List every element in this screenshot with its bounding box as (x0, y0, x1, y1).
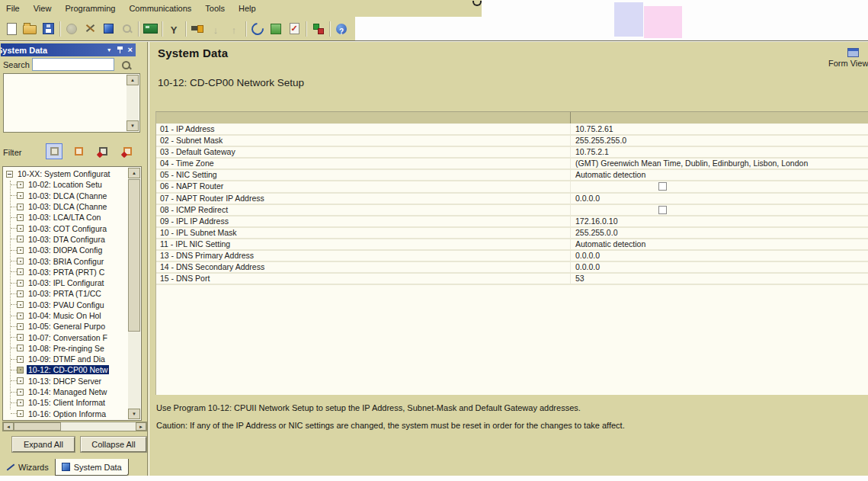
tree-item[interactable]: 10-03: IPL Configurat (4, 277, 127, 288)
tree-item[interactable]: 10-03: PRTA (T1/CC (4, 288, 127, 299)
table-row[interactable]: 07 - NAPT Router IP Address0.0.0.0 (156, 194, 868, 205)
tree-scrollbar[interactable]: ▲ ▼ (128, 168, 140, 419)
menu-item-communications[interactable]: Communications (129, 4, 191, 13)
tree-item[interactable]: 10-03: DTA Configura (4, 234, 127, 245)
panel-close-icon[interactable]: × (128, 46, 133, 54)
horizontal-scrollbar-thumb[interactable] (14, 422, 61, 431)
menu-item-programming[interactable]: Programming (65, 4, 115, 13)
tree-item[interactable]: 10-03: DIOPA Config (4, 245, 127, 255)
tree-item[interactable]: 10-03: COT Configura (4, 223, 127, 233)
tree-item[interactable]: 10-03: BRIA Configur (4, 255, 127, 266)
table-row[interactable]: 15 - DNS Port53 (156, 274, 868, 285)
settings-gear-button[interactable] (62, 19, 81, 39)
table-row[interactable]: 10 - IPL Subnet Mask255.255.0.0 (156, 228, 868, 239)
filter-dark-flag-button[interactable] (94, 143, 111, 159)
tree-node-icon[interactable] (17, 356, 24, 363)
tree-node-icon[interactable] (17, 181, 24, 188)
search-results-list[interactable]: ▲ ▼ (3, 73, 140, 133)
menu-item-view[interactable]: View (34, 4, 52, 13)
tree-node-icon[interactable] (17, 334, 24, 341)
scroll-down-icon[interactable]: ▼ (127, 120, 139, 131)
table-row[interactable]: 14 - DNS Secondary Address0.0.0.0 (156, 262, 868, 274)
tree-item[interactable]: 10-XX: System Configurat (4, 168, 127, 179)
tree-item[interactable]: 10-09: DTMF and Dia (4, 354, 127, 364)
tab-wizards[interactable]: Wizards (0, 459, 55, 476)
tree-node-icon[interactable] (17, 345, 24, 351)
scroll-up-icon[interactable]: ▲ (127, 75, 139, 85)
tree-scroll-up-icon[interactable]: ▲ (128, 168, 140, 178)
table-row[interactable]: 04 - Time Zone(GMT) Greenwich Mean Time,… (156, 159, 868, 170)
tree-item[interactable]: 10-13: DHCP Server (4, 376, 127, 386)
apply-button[interactable] (267, 19, 285, 39)
tree-node-icon[interactable] (17, 247, 24, 254)
tree-item[interactable]: 10-03: DLCA (Channe (4, 191, 127, 201)
tree-node-icon[interactable] (17, 389, 24, 396)
table-row[interactable]: 06 - NAPT Router (156, 181, 868, 193)
tree-collapse-icon[interactable] (6, 171, 13, 178)
tree-horizontal-scrollbar[interactable]: ◄ ► (2, 422, 147, 431)
tree-node-icon[interactable] (17, 410, 24, 417)
menu-item-tools[interactable]: Tools (205, 4, 225, 13)
menu-item-help[interactable]: Help (239, 4, 256, 13)
tools-button[interactable] (81, 19, 99, 39)
tree-node-icon[interactable] (17, 258, 24, 265)
scroll-left-icon[interactable]: ◄ (3, 422, 14, 431)
tree-item[interactable]: 10-15: Client Informat (4, 397, 127, 408)
table-row[interactable]: 01 - IP Address10.75.2.61 (156, 124, 868, 136)
tree-scrollbar-thumb[interactable] (128, 179, 140, 332)
search-button[interactable] (117, 19, 136, 39)
tree-item[interactable]: 10-16: Option Informa (4, 409, 127, 419)
verify-button[interactable] (285, 19, 303, 39)
move-down-button[interactable] (207, 19, 225, 39)
tree-item[interactable]: 10-14: Managed Netw (4, 386, 127, 397)
tree-item[interactable]: 10-12: CD-CP00 Netw (4, 364, 127, 375)
panel-splitter[interactable] (147, 42, 148, 481)
table-row[interactable]: 05 - NIC SettingAutomatic detection (156, 170, 868, 181)
filter-orange-flag-button[interactable] (119, 143, 136, 159)
tree-node-icon[interactable] (17, 290, 24, 297)
scroll-right-icon[interactable]: ► (136, 422, 146, 431)
tree-node-icon[interactable] (17, 313, 24, 319)
tree-node-icon[interactable] (17, 204, 24, 210)
tree-node-icon[interactable] (17, 192, 24, 199)
help-button[interactable] (332, 19, 351, 39)
tree-node-icon[interactable] (17, 367, 24, 374)
tree-item[interactable]: 10-02: Location Setu (4, 179, 127, 190)
connect-button[interactable] (188, 19, 207, 39)
table-row[interactable]: 11 - IPL NIC SettingAutomatic detection (156, 239, 868, 251)
tree-node-icon[interactable] (17, 301, 24, 308)
table-row[interactable]: 13 - DNS Primary Address0.0.0.0 (156, 251, 868, 262)
tree-node-icon[interactable] (17, 268, 24, 275)
tree-node-icon[interactable] (17, 225, 24, 232)
tree-item[interactable]: 10-04: Music On Hol (4, 310, 127, 321)
network-status-button[interactable] (309, 19, 327, 39)
filter-orange-square-button[interactable] (70, 143, 87, 159)
tree-item[interactable]: 10-03: LCA/LTA Con (4, 212, 127, 223)
refresh-button[interactable] (248, 19, 267, 39)
card-button[interactable] (141, 19, 159, 39)
tree-item[interactable]: 10-07: Conversation F (4, 332, 127, 342)
tree-scroll-down-icon[interactable]: ▼ (128, 409, 140, 419)
open-folder-button[interactable] (21, 19, 39, 39)
search-button[interactable] (120, 59, 133, 71)
tab-system-data[interactable]: System Data (55, 459, 129, 476)
tree-item[interactable]: 10-03: PRTA (PRT) C (4, 267, 127, 277)
expand-all-button[interactable]: Expand All (12, 437, 75, 452)
form-view-icon[interactable] (847, 48, 859, 57)
panel-pin-icon[interactable] (117, 46, 123, 53)
tree-node-icon[interactable] (17, 280, 24, 287)
panel-menu-chevron-down-icon[interactable]: ▼ (107, 46, 112, 54)
table-row[interactable]: 09 - IPL IP Address172.16.0.10 (156, 216, 868, 228)
save-button[interactable] (39, 19, 57, 39)
tree-item[interactable]: 10-08: Pre-ringing Se (4, 343, 127, 354)
table-row[interactable]: 08 - ICMP Redirect (156, 205, 868, 216)
setting-checkbox[interactable] (658, 182, 667, 191)
search-input[interactable] (32, 58, 114, 71)
new-document-button[interactable] (2, 19, 21, 39)
tree-node-icon[interactable] (17, 323, 24, 330)
tree-item[interactable]: 10-03: PVAU Configu (4, 300, 127, 310)
table-row[interactable]: 02 - Subnet Mask255.255.255.0 (156, 136, 868, 147)
filter-button[interactable] (165, 19, 183, 39)
results-scrollbar[interactable]: ▲ ▼ (127, 75, 139, 131)
filter-gray-square-button[interactable] (46, 143, 62, 159)
